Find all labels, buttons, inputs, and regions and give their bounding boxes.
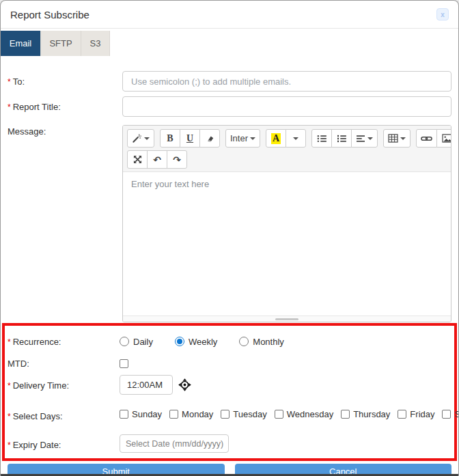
radio-icon[interactable] [239,337,249,346]
eraser-icon [205,134,214,143]
expiry-date-label: *Expiry Date: [8,434,120,453]
report-title-input[interactable] [122,96,451,117]
tab-s3[interactable]: S3 [81,31,110,56]
mtd-row: MTD: [8,353,451,369]
recurrence-row: *Recurrence: Daily Weekly Monthly [8,331,451,347]
underline-button[interactable]: U [180,129,200,148]
checkbox-icon[interactable] [341,410,350,419]
magic-wand-icon [132,133,142,143]
report-title-label: *Report Title: [8,96,122,117]
delivery-time-label: *Delivery Time: [8,375,120,395]
tab-email[interactable]: Email [1,31,41,56]
day-tuesday[interactable]: Tuesday [221,409,266,419]
submit-button[interactable]: Submit [8,464,225,476]
insert-image-button[interactable] [436,129,451,148]
recurrence-label: *Recurrence: [8,331,120,347]
unordered-list-button[interactable] [311,129,332,148]
bold-button[interactable]: B [160,129,180,148]
font-family-dropdown[interactable]: Inter [225,129,260,148]
delivery-time-row: *Delivery Time: [8,375,451,395]
close-icon[interactable]: x [436,8,449,20]
radio-icon[interactable] [120,337,129,346]
link-icon [421,135,432,143]
mtd-checkbox[interactable] [120,359,128,368]
tab-bar: Email SFTP S3 [1,31,458,56]
message-textarea[interactable]: Enter your text here [123,172,451,316]
select-days-options: Sunday Monday Tuesday Wednesday Thursday… [120,406,451,421]
text-color-button[interactable]: A [266,129,286,148]
magic-wand-style-button[interactable] [127,129,154,148]
to-label: *To: [8,71,122,92]
required-asterisk: * [8,77,11,87]
modal-title: Report Subscribe [10,9,89,20]
day-sunday[interactable]: Sunday [120,409,162,419]
to-row: *To: [8,71,451,92]
required-asterisk: * [8,102,11,112]
insert-link-button[interactable] [416,129,437,148]
cancel-button[interactable]: Cancel [235,464,452,476]
modal-footer: Submit Cancel [1,461,458,476]
chevron-down-icon [144,137,150,140]
required-asterisk: * [8,412,11,421]
resize-grip-icon [275,318,298,320]
required-asterisk: * [8,440,11,450]
message-label: Message: [8,125,122,322]
day-saturday[interactable]: Saturday [442,409,459,419]
align-dropdown-button[interactable] [351,129,378,148]
checkbox-icon[interactable] [275,410,283,419]
chevron-down-icon [250,137,255,140]
subscribe-form: *To: *Report Title: Message: [1,71,458,461]
mtd-label: MTD: [8,353,120,369]
unordered-list-icon [317,135,326,143]
select-days-label: *Select Days: [8,406,120,421]
expiry-date-input[interactable]: Select Date (mm/dd/yyyy) [120,434,229,453]
checkbox-icon[interactable] [442,410,451,419]
day-monday[interactable]: Monday [169,409,213,419]
table-icon [388,134,398,143]
expiry-date-row: *Expiry Date: Select Date (mm/dd/yyyy) [8,434,451,453]
time-picker-icon[interactable] [178,378,191,391]
clear-format-button[interactable] [199,129,220,148]
select-days-row: *Select Days: Sunday Monday Tuesday Wedn… [8,406,451,421]
checkbox-icon[interactable] [221,410,230,419]
required-asterisk: * [8,381,11,391]
tab-sftp[interactable]: SFTP [41,31,81,56]
align-icon [356,135,365,143]
radio-weekly[interactable]: Weekly [175,337,217,347]
delivery-time-input[interactable] [120,375,173,395]
editor-resize-handle[interactable] [123,316,451,322]
editor-toolbar: B U I [123,126,451,172]
text-color-icon: A [271,133,281,144]
chevron-down-icon [293,137,298,140]
ordered-list-button[interactable] [331,129,352,148]
undo-button[interactable]: ↶ [147,150,167,169]
message-row: Message: [8,125,451,322]
to-input[interactable] [122,71,451,92]
required-asterisk: * [8,337,11,347]
chevron-down-icon [400,137,406,140]
rich-text-editor: B U I [122,125,451,322]
image-icon [442,134,451,143]
checkbox-icon[interactable] [169,410,178,419]
ordered-list-icon [337,135,346,143]
radio-daily[interactable]: Daily [120,337,153,347]
radio-monthly[interactable]: Monthly [239,337,284,347]
report-subscribe-modal: Report Subscribe x Email SFTP S3 *To: *R… [0,0,459,476]
text-color-caret-button[interactable] [286,129,306,148]
fullscreen-button[interactable] [127,150,148,169]
recurrence-annotation-box: *Recurrence: Daily Weekly Monthly [2,323,457,461]
table-dropdown-button[interactable] [383,129,411,148]
radio-icon[interactable] [175,337,184,346]
recurrence-options: Daily Weekly Monthly [120,331,451,347]
day-wednesday[interactable]: Wednesday [275,409,333,419]
checkbox-icon[interactable] [398,410,406,419]
report-title-row: *Report Title: [8,96,451,117]
modal-header: Report Subscribe x [1,1,458,29]
fullscreen-expand-icon [133,155,142,164]
checkbox-icon[interactable] [120,410,128,419]
day-friday[interactable]: Friday [398,409,434,419]
redo-button[interactable]: ↷ [167,150,187,169]
day-thursday[interactable]: Thursday [341,409,390,419]
chevron-down-icon [367,137,373,140]
